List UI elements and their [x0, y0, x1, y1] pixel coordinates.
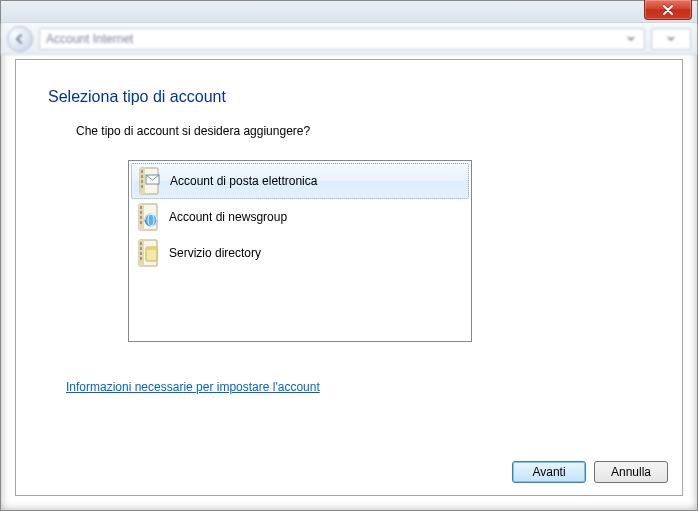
svg-rect-19	[140, 252, 142, 255]
option-newsgroup-account[interactable]: Account di newsgroup	[131, 199, 469, 235]
svg-rect-9	[140, 206, 142, 209]
svg-rect-2	[141, 170, 143, 173]
account-type-list: Account di posta elettronica	[128, 160, 472, 342]
chevron-down-icon	[624, 32, 638, 46]
svg-rect-12	[140, 221, 142, 224]
next-button[interactable]: Avanti	[512, 461, 586, 483]
page-subheading: Che tipo di account si desidera aggiunge…	[16, 106, 682, 138]
page-heading: Seleziona tipo di account	[16, 60, 682, 106]
svg-rect-22	[146, 247, 157, 250]
help-link[interactable]: Informazioni necessarie per impostare l'…	[66, 380, 320, 394]
wizard-window: Account Internet Seleziona tipo di accou…	[0, 0, 698, 511]
wizard-content: Seleziona tipo di account Che tipo di ac…	[15, 59, 683, 496]
svg-rect-5	[141, 185, 143, 188]
svg-rect-18	[140, 247, 142, 250]
svg-rect-11	[140, 216, 142, 219]
directory-icon	[135, 238, 161, 268]
close-icon	[662, 5, 674, 15]
option-label: Servizio directory	[169, 246, 261, 260]
newsgroup-icon	[135, 202, 161, 232]
mail-icon	[136, 166, 162, 196]
svg-rect-20	[140, 257, 142, 260]
back-button[interactable]	[7, 26, 33, 52]
svg-rect-17	[140, 242, 142, 245]
button-row: Avanti Annulla	[512, 461, 668, 483]
option-label: Account di posta elettronica	[170, 174, 317, 188]
cancel-button[interactable]: Annulla	[594, 461, 668, 483]
option-directory-service[interactable]: Servizio directory	[131, 235, 469, 271]
back-arrow-icon	[14, 33, 26, 45]
option-email-account[interactable]: Account di posta elettronica	[131, 163, 469, 199]
navigation-bar: Account Internet	[1, 23, 697, 55]
close-button[interactable]	[644, 0, 692, 20]
svg-rect-4	[141, 180, 143, 183]
chevron-down-icon	[664, 32, 678, 46]
option-label: Account di newsgroup	[169, 210, 287, 224]
title-bar	[1, 1, 697, 23]
svg-rect-10	[140, 211, 142, 214]
breadcrumb-text: Account Internet	[46, 32, 133, 46]
search-box[interactable]	[651, 28, 691, 50]
breadcrumb-bar[interactable]: Account Internet	[39, 28, 645, 50]
svg-rect-3	[141, 175, 143, 178]
